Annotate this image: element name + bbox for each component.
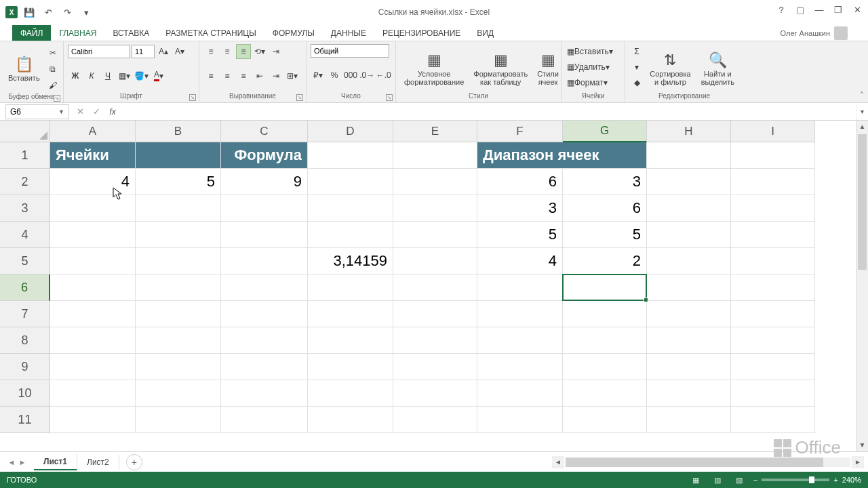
cell-E9[interactable] [393,354,477,380]
row-header-11[interactable]: 11 [0,407,50,433]
new-sheet-button[interactable]: + [126,454,142,470]
row-header-10[interactable]: 10 [0,380,50,407]
cell-I8[interactable] [731,327,815,354]
scroll-down-icon[interactable]: ▼ [856,439,868,451]
cell-E5[interactable] [393,248,477,274]
worksheet-grid[interactable]: ABCDEFGHI 1234567891011 ЯчейкиФормулаДиа… [0,121,868,451]
cell-E2[interactable] [393,169,477,195]
increase-indent-icon[interactable]: ⇥ [269,68,283,83]
cell-A9[interactable] [50,354,136,380]
cell-D9[interactable] [308,354,393,380]
qat-customize-icon[interactable]: ▾ [79,5,94,20]
cell-H10[interactable] [647,380,731,407]
column-header-C[interactable]: C [221,121,308,142]
cell-C11[interactable] [221,407,308,433]
cell-F3[interactable]: 3 [477,195,563,222]
minimize-icon[interactable]: — [811,3,827,16]
cell-I7[interactable] [731,301,815,327]
tab-data[interactable]: ДАННЫЕ [323,25,374,41]
merge-icon[interactable]: ⊞▾ [285,68,300,83]
cell-G6[interactable] [563,274,647,301]
row-header-2[interactable]: 2 [0,169,50,195]
cell-E1[interactable] [393,142,477,169]
cell-B6[interactable] [136,274,221,301]
sheet-tab-2[interactable]: Лист2 [77,455,119,470]
cell-G8[interactable] [563,327,647,354]
column-header-G[interactable]: G [563,121,647,142]
column-header-B[interactable]: B [136,121,221,142]
collapse-ribbon-icon[interactable]: ˄ [860,91,864,100]
align-middle-icon[interactable]: ≡ [220,44,235,59]
cell-G7[interactable] [563,301,647,327]
tab-insert[interactable]: ВСТАВКА [104,25,157,41]
cell-A1[interactable]: Ячейки [50,142,136,169]
cell-A5[interactable] [50,248,136,274]
help-icon[interactable]: ? [773,3,789,16]
tab-home[interactable]: ГЛАВНАЯ [51,25,104,41]
copy-icon[interactable]: ⧉ [45,62,60,77]
cell-H11[interactable] [647,407,731,433]
cell-E3[interactable] [393,195,477,222]
sheet-tab-1[interactable]: Лист1 [34,454,77,470]
align-top-icon[interactable]: ≡ [203,44,218,59]
zoom-level[interactable]: 240% [842,476,861,484]
autosum-icon[interactable]: Σ [629,44,644,59]
font-dialog-icon[interactable]: ↘ [189,94,196,101]
paste-button[interactable]: 📋 Вставить [4,44,44,93]
format-as-table-button[interactable]: ▦Форматировать как таблицу [469,44,532,92]
cell-D7[interactable] [308,301,393,327]
cell-C5[interactable] [221,248,308,274]
cell-D1[interactable] [308,142,393,169]
cell-E4[interactable] [393,222,477,248]
zoom-out-icon[interactable]: − [753,476,757,484]
cell-I3[interactable] [731,195,815,222]
normal-view-icon[interactable]: ▦ [688,474,703,486]
number-dialog-icon[interactable]: ↘ [386,94,393,101]
qat-redo-icon[interactable]: ↷ [60,5,75,20]
italic-button[interactable]: К [84,68,99,83]
cell-H7[interactable] [647,301,731,327]
column-header-D[interactable]: D [308,121,393,142]
cell-H2[interactable] [647,169,731,195]
bold-button[interactable]: Ж [68,68,83,83]
cell-F11[interactable] [477,407,563,433]
cell-H4[interactable] [647,222,731,248]
comma-icon[interactable]: 000 [343,68,358,83]
cancel-formula-icon[interactable]: ✕ [72,106,88,117]
find-select-button[interactable]: 🔍Найти и выделить [696,44,739,92]
delete-cells-button[interactable]: ▦ Удалить ▾ [566,60,620,75]
zoom-in-icon[interactable]: + [833,476,837,484]
page-layout-view-icon[interactable]: ▥ [710,474,725,486]
fill-icon[interactable]: ▾ [629,60,644,75]
cell-E8[interactable] [393,327,477,354]
cell-G10[interactable] [563,380,647,407]
zoom-slider[interactable] [762,479,829,481]
cell-H9[interactable] [647,354,731,380]
cell-F4[interactable]: 5 [477,222,563,248]
cell-H6[interactable] [647,274,731,301]
scroll-up-icon[interactable]: ▲ [856,121,868,133]
align-bottom-icon[interactable]: ≡ [236,44,251,59]
column-header-I[interactable]: I [731,121,815,142]
tab-view[interactable]: ВИД [469,25,502,41]
cell-D3[interactable] [308,195,393,222]
row-header-4[interactable]: 4 [0,222,50,248]
horizontal-scrollbar[interactable]: ◄ ► [142,456,868,468]
cell-G3[interactable]: 6 [563,195,647,222]
column-header-A[interactable]: A [50,121,136,142]
cell-D2[interactable] [308,169,393,195]
align-dialog-icon[interactable]: ↘ [296,94,303,101]
font-size-select[interactable] [132,45,155,58]
row-header-6[interactable]: 6 [0,274,50,301]
cell-F2[interactable]: 6 [477,169,563,195]
cell-D10[interactable] [308,380,393,407]
cell-I9[interactable] [731,354,815,380]
close-icon[interactable]: ✕ [849,3,865,16]
insert-function-icon[interactable]: fx [104,107,121,117]
cell-G2[interactable]: 3 [563,169,647,195]
hscroll-left-icon[interactable]: ◄ [552,456,564,468]
tab-page-layout[interactable]: РАЗМЕТКА СТРАНИЦЫ [157,25,264,41]
cell-F8[interactable] [477,327,563,354]
sort-filter-button[interactable]: ⇅Сортировка и фильтр [646,44,695,92]
cell-B7[interactable] [136,301,221,327]
